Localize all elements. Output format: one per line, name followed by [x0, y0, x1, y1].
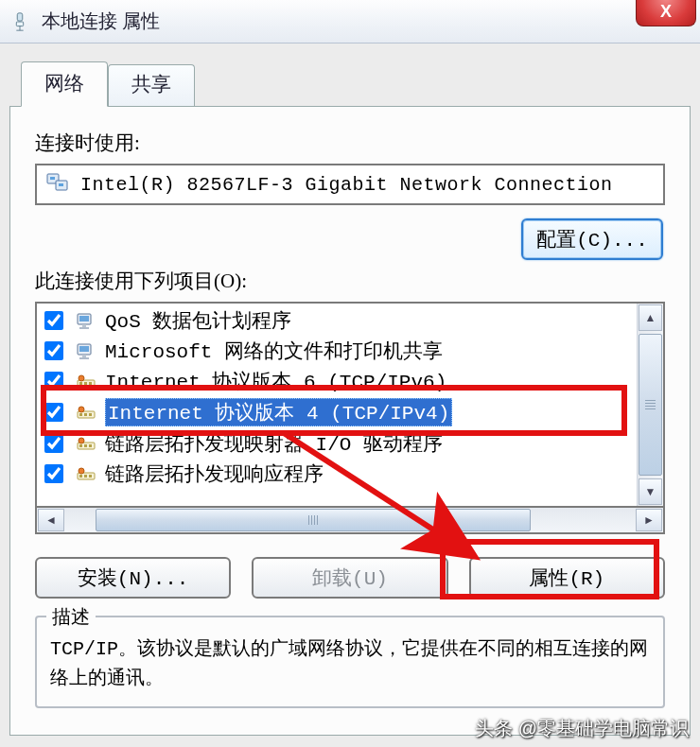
scroll-thumb[interactable] — [96, 509, 531, 531]
horizontal-scrollbar[interactable]: ◄ ► — [35, 508, 665, 534]
uninstall-button: 卸载(U) — [252, 557, 447, 599]
svg-rect-20 — [89, 382, 92, 385]
protocol-icon — [75, 371, 97, 391]
list-item[interactable]: QoS 数据包计划程序 — [39, 305, 637, 336]
item-label: Internet 协议版本 4 (TCP/IPv4) — [105, 398, 452, 426]
install-button[interactable]: 安装(N)... — [35, 557, 231, 599]
item-checkbox[interactable] — [44, 372, 63, 391]
svg-rect-0 — [17, 12, 23, 20]
nic-icon — [44, 171, 71, 198]
svg-point-32 — [79, 468, 84, 474]
svg-rect-19 — [84, 382, 87, 385]
svg-rect-14 — [82, 355, 86, 357]
svg-rect-35 — [89, 475, 92, 478]
configure-button[interactable]: 配置(C)... — [521, 218, 663, 260]
label-connect-using: 连接时使用: — [35, 130, 665, 156]
svg-point-27 — [79, 438, 84, 443]
properties-button[interactable]: 属性(R) — [469, 557, 665, 599]
service-icon — [75, 340, 97, 361]
list-item[interactable]: 链路层拓扑发现响应程序 — [39, 459, 637, 489]
action-button-row: 安装(N)... 卸载(U) 属性(R) — [35, 557, 665, 599]
tab-sharing[interactable]: 共享 — [108, 64, 195, 110]
tab-page-network: 连接时使用: Intel(R) 82567LF-3 Gigabit Networ… — [9, 106, 691, 736]
svg-rect-10 — [82, 324, 86, 327]
scroll-left-button[interactable]: ◄ — [38, 509, 64, 531]
adapter-name: Intel(R) 82567LF-3 Gigabit Network Conne… — [80, 174, 613, 196]
list-item[interactable]: Internet 协议版本 4 (TCP/IPv4) — [39, 396, 637, 428]
item-label: Microsoft 网络的文件和打印机共享 — [105, 338, 443, 364]
svg-rect-9 — [79, 316, 89, 321]
svg-rect-28 — [79, 444, 82, 447]
service-icon — [75, 310, 97, 331]
tab-label: 共享 — [131, 73, 171, 96]
svg-point-22 — [79, 407, 84, 412]
button-label: 卸载(U) — [312, 568, 388, 590]
list-item[interactable]: 链路层拓扑发现映射器 I/O 驱动程序 — [39, 428, 637, 459]
svg-rect-34 — [84, 475, 87, 478]
components-list[interactable]: QoS 数据包计划程序Microsoft 网络的文件和打印机共享Internet… — [35, 302, 665, 508]
button-label: 属性(R) — [529, 568, 604, 590]
close-button[interactable]: X — [636, 0, 696, 26]
item-label: QoS 数据包计划程序 — [105, 307, 291, 334]
scroll-right-button[interactable]: ► — [636, 509, 662, 531]
scroll-up-button[interactable]: ▲ — [639, 304, 662, 331]
svg-rect-7 — [59, 183, 63, 186]
adapter-field[interactable]: Intel(R) 82567LF-3 Gigabit Network Conne… — [35, 164, 665, 205]
description-text: TCP/IP。该协议是默认的广域网络协议，它提供在不同的相互连接的网络上的通讯。 — [50, 634, 650, 693]
svg-rect-18 — [79, 382, 82, 385]
item-checkbox[interactable] — [44, 403, 63, 422]
button-label: 安装(N)... — [78, 568, 189, 590]
watermark: 头条 @零基础学电脑常识 — [475, 716, 689, 741]
scroll-track[interactable] — [65, 508, 635, 532]
scroll-thumb[interactable] — [639, 334, 662, 476]
client-area: 网络 共享 连接时使用: Intel(R) 82567LF-3 Gigabit … — [0, 43, 700, 747]
item-label: Internet 协议版本 6 (TCP/IPv6) — [105, 368, 446, 394]
item-label: 链路层拓扑发现映射器 I/O 驱动程序 — [105, 430, 443, 457]
label-items-used: 此连接使用下列项目(O): — [35, 268, 665, 294]
scroll-track[interactable] — [638, 332, 663, 478]
item-label: 链路层拓扑发现响应程序 — [105, 460, 324, 487]
item-checkbox[interactable] — [44, 464, 63, 483]
list-item[interactable]: Microsoft 网络的文件和打印机共享 — [39, 336, 637, 366]
svg-rect-30 — [89, 444, 92, 447]
svg-rect-6 — [50, 177, 55, 180]
svg-rect-24 — [84, 413, 87, 416]
scroll-down-button[interactable]: ▼ — [639, 478, 662, 505]
svg-rect-29 — [84, 444, 87, 447]
svg-rect-1 — [16, 22, 23, 26]
tab-label: 网络 — [44, 72, 84, 95]
item-checkbox[interactable] — [44, 341, 63, 360]
title-bar: 本地连接 属性 X — [0, 0, 700, 43]
button-label: 配置(C)... — [536, 230, 648, 252]
protocol-icon — [75, 402, 97, 423]
tab-strip: 网络 共享 — [21, 61, 691, 106]
window-icon — [8, 9, 32, 34]
description-group: 描述 TCP/IP。该协议是默认的广域网络协议，它提供在不同的相互连接的网络上的… — [35, 616, 665, 708]
svg-rect-23 — [79, 413, 82, 416]
list-item[interactable]: Internet 协议版本 6 (TCP/IPv6) — [39, 366, 637, 396]
svg-rect-33 — [79, 475, 82, 478]
vertical-scrollbar[interactable]: ▲ ▼ — [637, 304, 663, 506]
close-icon: X — [660, 2, 672, 22]
svg-rect-25 — [89, 413, 92, 416]
tab-network[interactable]: 网络 — [21, 61, 108, 107]
item-checkbox[interactable] — [44, 311, 63, 330]
item-checkbox[interactable] — [44, 434, 63, 453]
protocol-icon — [75, 463, 97, 484]
window-title: 本地连接 属性 — [42, 9, 160, 34]
description-legend: 描述 — [46, 604, 96, 630]
svg-point-17 — [79, 375, 84, 381]
svg-rect-13 — [79, 346, 89, 352]
protocol-icon — [75, 433, 97, 454]
